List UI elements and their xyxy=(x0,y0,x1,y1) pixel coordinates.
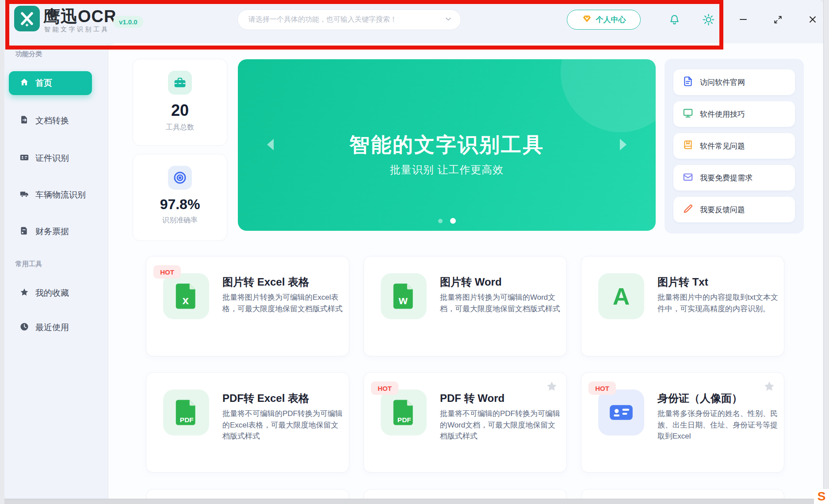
clock-icon xyxy=(19,322,29,334)
quick-links-panel: 访问软件官网 软件使用技巧 软件常见问题 xyxy=(665,59,804,233)
quick-link-official-site[interactable]: 访问软件官网 xyxy=(673,69,795,95)
word-file-icon: w xyxy=(381,273,427,319)
receipt-icon xyxy=(19,226,29,238)
tool-title: PDF转 Excel 表格 xyxy=(222,391,309,405)
s-logo-letter: S xyxy=(818,489,826,504)
close-button[interactable] xyxy=(806,12,820,27)
maximize-button[interactable] xyxy=(771,12,785,27)
target-icon xyxy=(168,166,192,190)
sidebar-item-id-recognition[interactable]: 证件识别 xyxy=(9,149,92,168)
hot-badge: HOT xyxy=(371,382,398,395)
tool-description: 批量将图片中的内容提取到txt文本文件中，可实现高精度的内容识别。 xyxy=(657,292,779,314)
tool-description: 批量将图片转换为可编辑的Excel表格，可最大限度地保留文档版式样式 xyxy=(222,292,344,314)
stat-card-tool-count: 20 工具总数 xyxy=(133,59,227,146)
id-card-file-icon xyxy=(598,389,644,435)
carousel-next-icon[interactable] xyxy=(620,139,627,150)
pdf-file-icon: PDF xyxy=(163,389,209,435)
quick-link-feedback[interactable]: 我要反馈问题 xyxy=(673,197,795,222)
tool-card-image-to-excel[interactable]: HOT x 图片转 Excel 表格 批量将图片转换为可编辑的Excel表格，可… xyxy=(146,256,349,356)
quick-link-label: 访问软件官网 xyxy=(700,77,745,88)
tool-description: 批量将图片转换为可编辑的Word文档，可最大限度地保留文档版式样式 xyxy=(440,292,561,314)
sidebar-item-finance-invoice[interactable]: 财务票据 xyxy=(9,222,92,241)
sidebar-item-home[interactable]: 首页 xyxy=(9,71,92,95)
truck-icon xyxy=(19,189,29,201)
tool-card-pdf-to-excel[interactable]: PDF PDF转 Excel 表格 批量将不可编辑的PDF转换为可编辑的Exce… xyxy=(146,372,349,473)
app-window: 鹰迅OCR 智能文字识别工具 v1.0.0 请选择一个具体的功能，也可输入关键字… xyxy=(4,0,823,499)
sidebar-item-label: 我的收藏 xyxy=(35,287,69,299)
quick-link-usage-tips[interactable]: 软件使用技巧 xyxy=(673,101,795,127)
quick-link-label: 我要免费提需求 xyxy=(700,173,753,183)
quick-link-faq[interactable]: 软件常见问题 xyxy=(673,133,795,159)
sidebar-item-document-convert[interactable]: 文档转换 xyxy=(9,111,92,130)
sidebar-item-label: 首页 xyxy=(35,77,52,89)
quick-link-label: 软件常见问题 xyxy=(700,141,745,151)
banner-subtitle: 批量识别 让工作更高效 xyxy=(238,163,656,177)
sidebar-item-label: 证件识别 xyxy=(35,153,69,164)
mail-icon xyxy=(682,171,694,185)
sidebar-item-label: 财务票据 xyxy=(35,226,69,237)
stat-label: 识别准确率 xyxy=(162,216,198,225)
home-icon xyxy=(19,77,29,89)
carousel-dot-active[interactable] xyxy=(450,218,456,224)
tool-card-id-card-front[interactable]: HOT 身份证（人像面） 批量将多张身份证的姓名、性别、民族、出生日期、住址、身… xyxy=(581,372,784,473)
sidebar-item-recent[interactable]: 最近使用 xyxy=(9,318,92,337)
window-bottom-edge xyxy=(4,499,823,504)
hot-badge: HOT xyxy=(153,265,181,279)
banner-title: 智能的文字识别工具 xyxy=(238,131,656,159)
id-card-icon xyxy=(19,153,29,164)
svg-text:PDF: PDF xyxy=(397,416,411,424)
monitor-icon xyxy=(682,107,694,121)
pdf-file-icon: PDF xyxy=(381,389,427,435)
tool-title: PDF 转 Word xyxy=(440,391,504,405)
excel-file-icon: x xyxy=(163,273,209,319)
book-icon xyxy=(682,139,694,153)
sidebar-item-favorites[interactable]: 我的收藏 xyxy=(9,283,92,303)
carousel-dot[interactable] xyxy=(438,219,443,223)
svg-text:A: A xyxy=(613,283,630,309)
document-icon xyxy=(682,76,694,89)
tool-card-partial[interactable] xyxy=(363,489,567,499)
minimize-button[interactable] xyxy=(736,12,750,27)
tool-card-pdf-to-word[interactable]: HOT PDF PDF 转 Word 批量将不可编辑的PDF转换为可编辑的Wor… xyxy=(363,372,567,473)
tool-card-image-to-txt[interactable]: A 图片转 Txt 批量将图片中的内容提取到txt文本文件中，可实现高精度的内容… xyxy=(581,256,784,356)
stat-card-accuracy: 97.8% 识别准确率 xyxy=(133,154,227,241)
pen-icon xyxy=(682,203,694,217)
carousel-prev-icon[interactable] xyxy=(267,139,274,150)
annotation-box xyxy=(5,0,723,50)
favorite-star-icon[interactable] xyxy=(545,380,558,395)
sidebar-item-label: 文档转换 xyxy=(35,115,69,126)
tool-title: 图片转 Txt xyxy=(657,275,708,289)
star-icon xyxy=(19,287,29,299)
svg-text:x: x xyxy=(183,294,189,306)
carousel-dots xyxy=(238,218,656,224)
quick-link-label: 我要反馈问题 xyxy=(700,205,745,215)
tool-card-image-to-word[interactable]: w 图片转 Word 批量将图片转换为可编辑的Word文档，可最大限度地保留文档… xyxy=(363,256,567,356)
sidebar-item-label: 车辆物流识别 xyxy=(35,189,86,201)
tool-title: 图片转 Word xyxy=(440,275,502,289)
tool-card-partial[interactable] xyxy=(581,489,784,499)
hot-badge: HOT xyxy=(588,382,616,395)
toolbox-icon xyxy=(168,71,192,95)
sidebar-section-functions: 功能分类 xyxy=(15,50,42,58)
quick-link-request-feature[interactable]: 我要免费提需求 xyxy=(673,165,795,191)
stat-value: 20 xyxy=(171,101,189,120)
tool-description: 批量将多张身份证的姓名、性别、民族、出生日期、住址、身份证号等提取到Excel xyxy=(657,408,779,442)
document-convert-icon xyxy=(19,115,29,127)
tool-title: 身份证（人像面） xyxy=(657,391,742,405)
desktop-edge-strip xyxy=(823,0,829,504)
tool-description: 批量将不可编辑的PDF转换为可编辑的Excel表格，可最大限度地保留文档版式样式 xyxy=(222,408,344,442)
stat-label: 工具总数 xyxy=(166,123,194,132)
tool-title: 图片转 Excel 表格 xyxy=(222,275,309,289)
favorite-star-icon[interactable] xyxy=(763,380,776,395)
hero-carousel[interactable]: 智能的文字识别工具 批量识别 让工作更高效 xyxy=(238,59,656,231)
sidebar-item-label: 最近使用 xyxy=(35,322,69,333)
floating-s-logo[interactable]: S xyxy=(814,489,829,504)
stat-value: 97.8% xyxy=(160,196,200,213)
tool-description: 批量将不可编辑的PDF转换为可编辑的Word文档，可最大限度地保留文档版式样式 xyxy=(440,408,561,442)
svg-text:w: w xyxy=(398,294,408,306)
tool-card-partial[interactable] xyxy=(146,489,349,499)
sidebar-section-common-tools: 常用工具 xyxy=(15,260,42,268)
svg-text:PDF: PDF xyxy=(180,416,194,424)
quick-link-label: 软件使用技巧 xyxy=(700,109,745,119)
sidebar-item-vehicle-logistics[interactable]: 车辆物流识别 xyxy=(9,185,92,205)
